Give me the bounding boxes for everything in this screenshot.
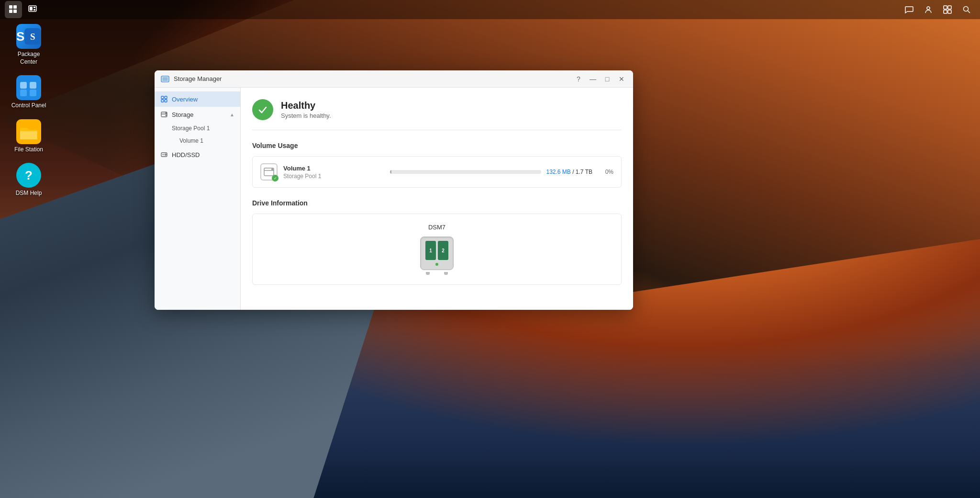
volume-usage-section: Volume Usage ✓ (252, 142, 622, 188)
storage-icon (160, 111, 168, 118)
window-maximize-button[interactable]: □ (601, 73, 613, 85)
volume-total: 1.7 TB (576, 169, 592, 175)
taskbar-left (5, 1, 41, 18)
health-section: Healthy System is healthy. (252, 99, 622, 130)
taskbar (0, 0, 980, 19)
chat-icon-button[interactable] (901, 1, 918, 18)
drive-info-section: Drive Information DSM7 1 (252, 199, 622, 285)
volume-usage-title: Volume Usage (252, 142, 622, 149)
nas-foot-left (426, 272, 430, 275)
nas-drive-2: 2 (438, 241, 448, 260)
file-station-icon[interactable]: File Station (10, 119, 48, 154)
app-grid-button[interactable] (5, 1, 22, 18)
svg-rect-25 (162, 79, 168, 80)
sidebar-item-volume-1[interactable]: Volume 1 (179, 135, 240, 147)
nas-box: 1 2 (420, 237, 454, 275)
volume-size: 132.6 MB / 1.7 TB (546, 169, 592, 175)
volume-bar-wrap: 132.6 MB / 1.7 TB (390, 169, 592, 175)
svg-rect-2 (9, 10, 12, 13)
svg-rect-17 (16, 75, 41, 100)
window-minimize-button[interactable]: — (587, 73, 599, 85)
window-close-button[interactable]: ✕ (616, 73, 627, 85)
svg-rect-3 (13, 10, 17, 13)
svg-point-13 (964, 7, 969, 11)
sidebar-sub-volume: Volume 1 (172, 135, 240, 147)
hdd-ssd-label: HDD/SSD (172, 151, 200, 158)
svg-rect-6 (33, 7, 35, 8)
taskbar-right (901, 1, 975, 18)
volume-check-icon: ✓ (272, 175, 278, 181)
health-icon (252, 99, 273, 120)
window-help-button[interactable]: ? (573, 73, 584, 85)
svg-rect-0 (9, 5, 12, 9)
sidebar-item-hdd-ssd[interactable]: HDD/SSD (155, 147, 240, 162)
dsm-help-icon[interactable]: ? DSM Help (10, 163, 48, 197)
main-content: Healthy System is healthy. Volume Usage (241, 88, 633, 310)
control-panel-label: Control Panel (11, 102, 46, 110)
svg-rect-9 (944, 6, 947, 9)
volume-icon: ✓ (260, 163, 278, 181)
sidebar-item-overview[interactable]: Overview (155, 91, 240, 107)
volume-row: ✓ Volume 1 Storage Pool 1 (260, 163, 613, 181)
grid-icon-button[interactable] (939, 1, 956, 18)
svg-point-33 (166, 115, 167, 116)
storage-pool-1-label: Storage Pool 1 (172, 125, 210, 132)
svg-rect-27 (165, 96, 167, 99)
package-center-icon[interactable]: S Package Center (10, 24, 48, 66)
svg-rect-19 (30, 82, 36, 89)
svg-rect-12 (948, 10, 951, 13)
health-info: Healthy System is healthy. (281, 100, 331, 119)
svg-rect-26 (161, 96, 164, 99)
sidebar-item-storage-pool-1[interactable]: Storage Pool 1 (172, 122, 240, 135)
volume-percent: 0% (598, 169, 613, 175)
health-title: Healthy (281, 100, 331, 111)
volume-bar-fill (390, 170, 391, 174)
window-controls: ? — □ ✕ (573, 73, 627, 85)
file-station-label: File Station (14, 146, 43, 154)
svg-point-35 (165, 154, 167, 156)
svg-point-32 (166, 113, 167, 113)
window-titlebar: Storage Manager ? — □ ✕ (155, 70, 633, 88)
svg-point-8 (927, 7, 930, 10)
window-manager-button[interactable] (24, 1, 41, 18)
overview-icon (160, 95, 168, 103)
volume-pool: Storage Pool 1 (283, 173, 384, 180)
svg-rect-11 (944, 10, 947, 13)
svg-rect-7 (33, 9, 35, 11)
svg-rect-28 (161, 100, 164, 102)
overview-label: Overview (172, 96, 198, 103)
sidebar-sub-storage: Storage Pool 1 Volume 1 (155, 122, 240, 147)
desktop-icons: S Package Center Control Panel (10, 24, 48, 197)
nas-feet (426, 272, 448, 275)
svg-rect-20 (20, 90, 27, 96)
storage-manager-icon (160, 74, 170, 84)
volume-used: 132.6 MB (546, 169, 570, 175)
sidebar: Overview Storage ▲ (155, 88, 241, 310)
nas-device: 1 2 (262, 237, 612, 275)
control-panel-icon[interactable]: Control Panel (10, 75, 48, 110)
nas-drive-1: 1 (425, 241, 436, 260)
svg-rect-21 (30, 90, 36, 96)
health-subtitle: System is healthy. (281, 112, 331, 119)
svg-rect-1 (13, 5, 17, 9)
hdd-ssd-icon (160, 151, 168, 158)
dsm-help-label: DSM Help (16, 190, 42, 197)
volume-separator: / (572, 169, 576, 175)
svg-rect-23 (161, 76, 169, 82)
storage-expand-icon: ▲ (230, 112, 234, 117)
status-light (435, 263, 438, 266)
svg-line-14 (968, 11, 970, 13)
package-center-img: S (16, 24, 41, 49)
user-icon-button[interactable] (920, 1, 937, 18)
window-body: Overview Storage ▲ (155, 88, 633, 310)
volume-1-label: Volume 1 (179, 137, 203, 144)
svg-rect-5 (30, 7, 33, 11)
desktop: S Package Center Control Panel (0, 0, 980, 498)
sidebar-item-storage[interactable]: Storage ▲ (155, 107, 240, 122)
device-name-label: DSM7 (262, 224, 612, 231)
search-icon-button[interactable] (958, 1, 975, 18)
control-panel-img (16, 75, 41, 100)
package-center-label: Package Center (10, 51, 48, 66)
storage-manager-window: Storage Manager ? — □ ✕ (155, 70, 633, 310)
svg-rect-29 (165, 100, 167, 102)
